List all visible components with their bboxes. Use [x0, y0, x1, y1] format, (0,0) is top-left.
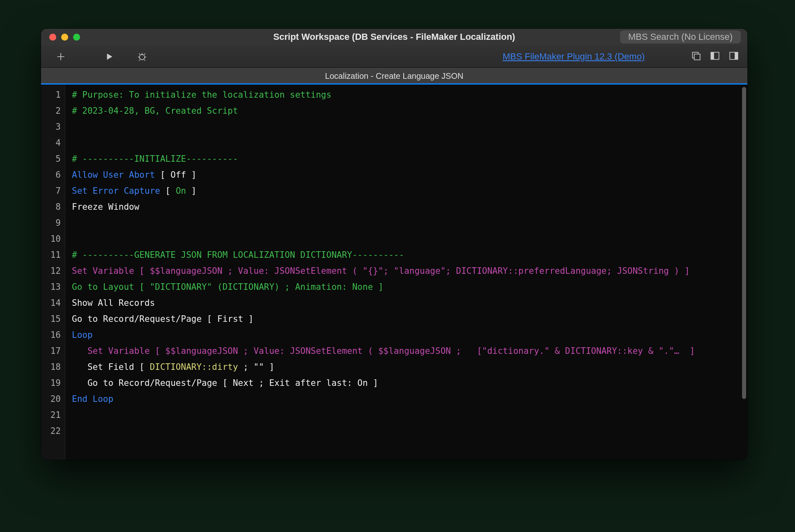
- script-workspace-window: Script Workspace (DB Services - FileMake…: [41, 29, 747, 460]
- script-step[interactable]: # ----------GENERATE JSON FROM LOCALIZAT…: [72, 247, 741, 263]
- duplicate-icon: [691, 50, 701, 61]
- line-number: 9: [41, 215, 65, 231]
- scrollbar-thumb[interactable]: [742, 87, 746, 399]
- traffic-lights: [41, 34, 80, 41]
- script-step[interactable]: Set Error Capture [ On ]: [72, 183, 741, 199]
- right-toolbar: [691, 50, 739, 63]
- line-number: 20: [41, 391, 65, 407]
- panel-right-icon: [728, 50, 739, 61]
- panel-left-icon: [710, 50, 720, 61]
- svg-rect-2: [694, 54, 700, 60]
- line-number: 12: [41, 263, 65, 279]
- mbs-search-input[interactable]: MBS Search (No License): [620, 30, 741, 44]
- svg-rect-4: [711, 52, 714, 59]
- script-step[interactable]: [72, 215, 741, 231]
- left-panel-toggle[interactable]: [710, 50, 720, 63]
- script-step[interactable]: # 2023-04-28, BG, Created Script: [72, 103, 741, 119]
- script-step[interactable]: # Purpose: To initialize the localizatio…: [72, 87, 741, 103]
- line-number: 13: [41, 279, 65, 295]
- script-step[interactable]: Show All Records: [72, 295, 741, 311]
- script-step[interactable]: Set Field [ DICTIONARY::dirty ; "" ]: [72, 359, 741, 375]
- line-number: 3: [41, 119, 65, 135]
- script-step[interactable]: Freeze Window: [72, 199, 741, 215]
- script-editor[interactable]: 12345678910111213141516171819202122 # Pu…: [41, 85, 747, 460]
- line-number: 11: [41, 247, 65, 263]
- line-number: 1: [41, 87, 65, 103]
- line-number: 10: [41, 231, 65, 247]
- line-number: 5: [41, 151, 65, 167]
- line-number-gutter: 12345678910111213141516171819202122: [41, 85, 65, 460]
- line-number: 8: [41, 199, 65, 215]
- svg-rect-6: [735, 52, 738, 59]
- script-step[interactable]: Go to Layout [ "DICTIONARY" (DICTIONARY)…: [72, 279, 741, 295]
- script-step[interactable]: Allow User Abort [ Off ]: [72, 167, 741, 183]
- debug-script-button[interactable]: [134, 48, 150, 65]
- close-icon[interactable]: [49, 34, 56, 41]
- script-step[interactable]: End Loop: [72, 391, 741, 407]
- line-number: 14: [41, 295, 65, 311]
- script-code-area[interactable]: # Purpose: To initialize the localizatio…: [65, 85, 741, 460]
- mbs-plugin-link[interactable]: MBS FileMaker Plugin 12.3 (Demo): [503, 51, 645, 62]
- script-step[interactable]: [72, 119, 741, 135]
- new-script-button[interactable]: [53, 48, 69, 65]
- script-step[interactable]: Go to Record/Request/Page [ First ]: [72, 311, 741, 327]
- line-number: 6: [41, 167, 65, 183]
- line-number: 16: [41, 327, 65, 343]
- line-number: 15: [41, 311, 65, 327]
- script-step[interactable]: Go to Record/Request/Page [ Next ; Exit …: [72, 375, 741, 391]
- line-number: 17: [41, 343, 65, 359]
- line-number: 19: [41, 375, 65, 391]
- script-step[interactable]: # ----------INITIALIZE----------: [72, 151, 741, 167]
- script-step[interactable]: [72, 135, 741, 151]
- svg-point-0: [140, 54, 145, 60]
- script-step[interactable]: Set Variable [ $$languageJSON ; Value: J…: [72, 263, 741, 279]
- script-step[interactable]: [72, 423, 741, 439]
- line-number: 21: [41, 407, 65, 423]
- line-number: 2: [41, 103, 65, 119]
- script-step[interactable]: Loop: [72, 327, 741, 343]
- minimize-icon[interactable]: [61, 34, 68, 41]
- titlebar: Script Workspace (DB Services - FileMake…: [41, 29, 747, 45]
- script-step[interactable]: [72, 407, 741, 423]
- script-step[interactable]: [72, 231, 741, 247]
- line-number: 22: [41, 423, 65, 439]
- script-tab-label: Localization - Create Language JSON: [325, 71, 464, 81]
- zoom-icon[interactable]: [73, 34, 80, 41]
- duplicate-button[interactable]: [691, 50, 701, 63]
- plus-icon: [55, 51, 66, 62]
- line-number: 18: [41, 359, 65, 375]
- script-tab[interactable]: Localization - Create Language JSON: [41, 68, 747, 83]
- bug-icon: [137, 51, 147, 62]
- vertical-scrollbar[interactable]: [741, 85, 747, 460]
- play-icon: [104, 51, 115, 62]
- line-number: 4: [41, 135, 65, 151]
- line-number: 7: [41, 183, 65, 199]
- script-step[interactable]: Set Variable [ $$languageJSON ; Value: J…: [72, 343, 741, 359]
- run-script-button[interactable]: [101, 48, 117, 65]
- toolbar: MBS FileMaker Plugin 12.3 (Demo): [41, 45, 747, 68]
- right-panel-toggle[interactable]: [728, 50, 739, 63]
